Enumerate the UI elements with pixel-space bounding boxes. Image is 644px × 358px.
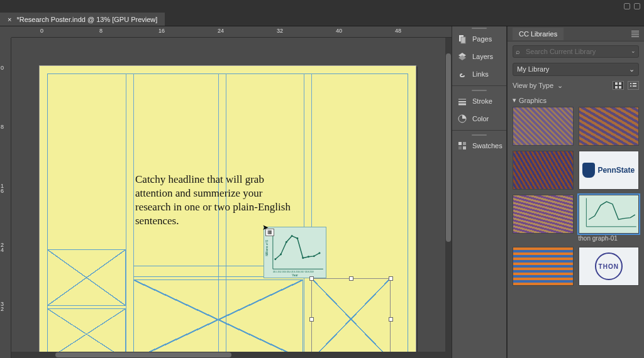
dock-label: Layers <box>472 53 493 60</box>
grid-icon <box>615 82 621 89</box>
selection-handle[interactable] <box>309 276 314 281</box>
svg-point-6 <box>296 237 298 239</box>
svg-rect-24 <box>615 82 618 85</box>
library-selector[interactable]: My Library ⌄ <box>513 63 639 76</box>
document-page[interactable]: Catchy headline that will grab attention… <box>39 65 416 358</box>
ruler-tick: 1 6 <box>1 183 4 193</box>
svg-rect-23 <box>463 146 466 149</box>
dock-label: Stroke <box>472 97 492 105</box>
ruler-tick: 2 4 <box>1 242 4 252</box>
dock-item-layers[interactable]: Layers <box>452 48 506 65</box>
column-guide <box>126 73 126 358</box>
library-selected-label: My Library <box>517 65 549 73</box>
svg-rect-28 <box>630 83 631 84</box>
library-asset-graph[interactable] <box>579 195 640 234</box>
view-by-label[interactable]: View by Type <box>513 82 553 89</box>
chevron-down-icon[interactable]: ⌄ <box>557 82 563 90</box>
svg-rect-26 <box>615 86 618 89</box>
ruler-tick: 48 <box>395 28 401 34</box>
svg-point-9 <box>313 255 315 257</box>
links-icon <box>457 69 467 79</box>
swatches-icon <box>457 141 467 151</box>
svg-point-10 <box>319 252 321 254</box>
selection-handle[interactable] <box>389 276 393 281</box>
cc-libraries-panel: CC Libraries ⌕ ⌄ My Library ⌄ View by Ty… <box>507 26 644 358</box>
horizontal-ruler[interactable]: 0 8 16 24 32 40 48 <box>11 26 452 38</box>
svg-point-8 <box>308 256 309 258</box>
svg-point-5 <box>291 235 293 237</box>
section-header-graphics[interactable]: ▾ Graphics <box>513 95 639 107</box>
dock-item-pages[interactable]: Pages <box>452 30 506 48</box>
chart-ylabel: Millions of $ <box>265 240 269 256</box>
document-tab-bar: × *Research Poster.indd @ 13% [GPU Previ… <box>0 13 644 26</box>
selected-frame[interactable] <box>311 278 391 358</box>
placed-chart-graphic[interactable]: ▦ Millions of $ Year 2011 2012 2013 2014… <box>264 227 326 278</box>
library-search[interactable]: ⌕ ⌄ <box>513 45 639 58</box>
dock-label: Swatches <box>472 142 502 149</box>
svg-text:2011 2012 2013 2014 2015 2016 : 2011 2012 2013 2014 2015 2016 2017 2018 … <box>273 271 314 273</box>
search-icon: ⌕ <box>516 48 520 55</box>
ruler-tick: 16 <box>158 28 165 34</box>
cc-libraries-tab[interactable]: CC Libraries <box>513 28 564 40</box>
library-search-input[interactable] <box>513 45 639 58</box>
svg-rect-27 <box>619 86 621 89</box>
document-tab[interactable]: × *Research Poster.indd @ 13% [GPU Previ… <box>0 13 165 26</box>
selection-handle[interactable] <box>389 317 393 322</box>
pages-icon <box>457 34 467 44</box>
image-frame[interactable] <box>47 308 126 358</box>
ruler-tick: 8 <box>1 124 4 129</box>
ruler-tick: 0 <box>40 28 43 34</box>
ruler-tick: 0 <box>1 65 4 70</box>
svg-point-2 <box>274 258 276 260</box>
svg-rect-20 <box>458 142 462 145</box>
library-asset-thon[interactable]: THON <box>579 247 640 286</box>
library-asset-pennstate[interactable]: PennState <box>579 151 640 190</box>
svg-point-7 <box>302 257 304 259</box>
stroke-icon <box>457 96 467 106</box>
chart-xlabel: Year <box>292 274 298 277</box>
image-frame[interactable] <box>133 279 303 358</box>
library-asset[interactable] <box>513 107 574 146</box>
dock-item-stroke[interactable]: Stroke <box>452 92 506 110</box>
disclosure-triangle-icon: ▾ <box>513 96 516 104</box>
svg-marker-15 <box>458 55 466 60</box>
grid-view-button[interactable] <box>613 81 624 90</box>
vertical-scrollbar[interactable] <box>445 38 452 352</box>
library-asset[interactable] <box>513 247 574 286</box>
svg-point-4 <box>286 241 287 243</box>
horizontal-scrollbar[interactable] <box>11 352 452 358</box>
canvas-viewport[interactable]: Catchy headline that will grab attention… <box>11 38 452 358</box>
image-frame[interactable] <box>312 279 390 358</box>
ruler-tick: 8 <box>99 28 103 34</box>
svg-rect-25 <box>619 82 621 85</box>
svg-point-3 <box>280 253 282 255</box>
headline-text-frame[interactable]: Catchy headline that will grab attention… <box>135 173 299 228</box>
library-asset[interactable] <box>513 151 574 190</box>
svg-rect-22 <box>458 146 462 149</box>
window-controls[interactable] <box>624 3 640 9</box>
chevron-down-icon: ⌄ <box>629 65 635 73</box>
layers-icon <box>457 52 467 62</box>
svg-rect-21 <box>463 142 466 145</box>
dock-item-color[interactable]: Color <box>452 110 506 127</box>
close-tab-icon[interactable]: × <box>8 16 11 23</box>
dock-item-swatches[interactable]: Swatches <box>452 137 506 155</box>
document-tab-label: *Research Poster.indd @ 13% [GPU Preview… <box>16 16 157 23</box>
library-asset[interactable] <box>513 195 574 234</box>
selection-handle[interactable] <box>349 276 353 281</box>
dock-label: Color <box>472 115 489 122</box>
dock-label: Pages <box>472 35 492 43</box>
image-frame[interactable] <box>47 249 126 306</box>
library-asset[interactable] <box>579 107 640 146</box>
canvas-area: 0 8 16 24 32 40 48 0 8 1 6 2 4 3 2 <box>0 26 452 358</box>
svg-rect-29 <box>633 83 636 84</box>
dock-item-links[interactable]: Links <box>452 65 506 83</box>
vertical-ruler[interactable]: 0 8 1 6 2 4 3 2 <box>0 38 11 358</box>
section-title: Graphics <box>519 97 547 104</box>
svg-rect-30 <box>630 85 631 87</box>
selection-handle[interactable] <box>309 317 314 322</box>
panel-menu-icon[interactable] <box>626 31 644 37</box>
chevron-down-icon[interactable]: ⌄ <box>631 48 636 54</box>
column-guide <box>304 73 304 358</box>
list-view-button[interactable] <box>628 81 639 90</box>
